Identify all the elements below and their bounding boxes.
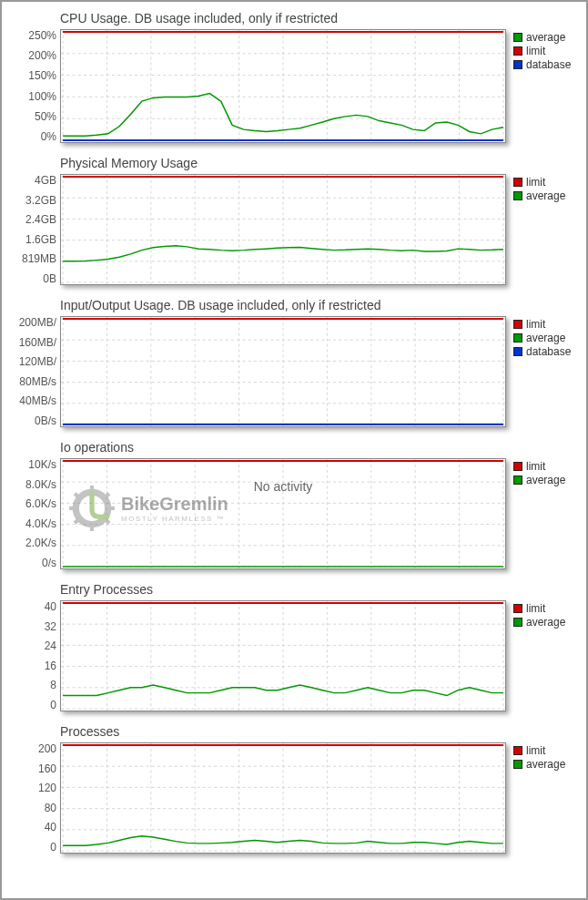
chart-title: CPU Usage. DB usage included, only if re… bbox=[60, 11, 506, 26]
legend-swatch-icon bbox=[513, 191, 522, 200]
legend-label: average bbox=[526, 758, 565, 771]
y-tick-label: 160 bbox=[38, 762, 56, 775]
series-line-average bbox=[63, 94, 503, 137]
y-axis: 10K/s8.0K/s6.0K/s4.0K/s2.0K/s0/s bbox=[7, 458, 60, 569]
y-tick-label: 100% bbox=[28, 90, 56, 103]
legend-swatch-icon bbox=[513, 760, 522, 769]
legend-swatch-icon bbox=[513, 33, 522, 42]
y-axis: 200MB/160MB/120MB/80MB/s40MB/s0B/s bbox=[7, 316, 60, 427]
legend: limitaverage bbox=[506, 582, 575, 711]
y-tick-label: 3.2GB bbox=[25, 194, 56, 207]
y-tick-label: 0B/s bbox=[35, 414, 56, 427]
legend-swatch-icon bbox=[513, 604, 522, 613]
legend-swatch-icon bbox=[513, 46, 522, 56]
legend-swatch-icon bbox=[513, 60, 522, 69]
chart-2: Input/Output Usage. DB usage included, o… bbox=[7, 298, 575, 427]
y-tick-label: 6.0K/s bbox=[25, 497, 56, 510]
chart-1: Physical Memory Usage4GB3.2GB2.4GB1.6GB8… bbox=[7, 156, 575, 285]
y-tick-label: 10K/s bbox=[28, 458, 56, 471]
legend: limitaverage bbox=[506, 440, 575, 569]
y-tick-label: 0 bbox=[50, 841, 56, 854]
plot-area bbox=[60, 174, 506, 285]
legend-label: average bbox=[526, 31, 565, 44]
y-tick-label: 819MB bbox=[22, 252, 56, 265]
y-tick-label: 0B bbox=[43, 272, 56, 285]
legend-swatch-icon bbox=[513, 178, 522, 187]
y-tick-label: 8.0K/s bbox=[25, 478, 56, 491]
y-tick-label: 120MB/ bbox=[19, 355, 56, 368]
plot-area bbox=[60, 316, 506, 427]
legend-item-limit: limit bbox=[513, 460, 575, 473]
legend: limitaverage bbox=[506, 724, 575, 854]
legend-item-database: database bbox=[513, 345, 575, 358]
legend-item-average: average bbox=[513, 332, 575, 344]
chart-title: Input/Output Usage. DB usage included, o… bbox=[60, 298, 506, 312]
legend-label: average bbox=[526, 616, 565, 629]
y-tick-label: 4GB bbox=[35, 174, 56, 187]
y-tick-label: 8 bbox=[50, 679, 56, 691]
y-tick-label: 0 bbox=[50, 699, 56, 711]
legend-item-limit: limit bbox=[513, 176, 575, 189]
legend: limitaveragedatabase bbox=[506, 298, 575, 427]
chart-title: Entry Processes bbox=[60, 582, 506, 597]
y-tick-label: 200 bbox=[38, 742, 56, 755]
y-axis: 4GB3.2GB2.4GB1.6GB819MB0B bbox=[7, 174, 60, 285]
legend-label: limit bbox=[526, 176, 545, 189]
legend-item-average: average bbox=[513, 474, 575, 486]
legend-label: limit bbox=[526, 602, 545, 615]
legend-item-average: average bbox=[513, 616, 575, 629]
chart-title: Physical Memory Usage bbox=[60, 156, 506, 170]
chart-0: CPU Usage. DB usage included, only if re… bbox=[7, 11, 575, 143]
y-tick-label: 200% bbox=[28, 49, 56, 62]
y-tick-label: 1.6GB bbox=[25, 233, 56, 246]
chart-title: Processes bbox=[60, 724, 506, 739]
legend-swatch-icon bbox=[513, 618, 522, 627]
legend-label: limit bbox=[526, 744, 545, 757]
legend-swatch-icon bbox=[513, 333, 522, 343]
legend-item-limit: limit bbox=[513, 602, 575, 615]
legend-swatch-icon bbox=[513, 462, 522, 471]
legend-item-database: database bbox=[513, 58, 575, 71]
legend-label: limit bbox=[526, 460, 545, 473]
y-tick-label: 2.0K/s bbox=[25, 537, 56, 549]
legend-swatch-icon bbox=[513, 476, 522, 485]
y-tick-label: 40 bbox=[45, 600, 56, 613]
y-tick-label: 150% bbox=[28, 69, 56, 82]
plot-area bbox=[60, 29, 506, 143]
legend-item-average: average bbox=[513, 31, 575, 44]
y-tick-label: 32 bbox=[45, 620, 56, 633]
y-tick-label: 200MB/ bbox=[19, 316, 56, 329]
y-tick-label: 24 bbox=[45, 639, 56, 652]
y-tick-label: 40 bbox=[45, 821, 56, 834]
legend-item-average: average bbox=[513, 758, 575, 771]
y-tick-label: 2.4GB bbox=[25, 213, 56, 226]
legend-item-limit: limit bbox=[513, 318, 575, 331]
y-axis: 250%200%150%100%50%0% bbox=[7, 29, 60, 143]
legend-item-limit: limit bbox=[513, 45, 575, 57]
y-tick-label: 80MB/s bbox=[19, 375, 56, 388]
plot-area bbox=[60, 600, 506, 711]
y-tick-label: 160MB/ bbox=[19, 336, 56, 349]
chart-4: Entry Processes4032241680limitaverage bbox=[7, 582, 575, 711]
y-tick-label: 16 bbox=[45, 660, 56, 672]
chart-5: Processes20016012080400limitaverage bbox=[7, 724, 575, 854]
legend-label: average bbox=[526, 189, 565, 202]
legend-label: limit bbox=[526, 45, 545, 57]
y-tick-label: 50% bbox=[35, 110, 56, 123]
legend-swatch-icon bbox=[513, 347, 522, 356]
y-tick-label: 250% bbox=[28, 29, 56, 42]
legend-label: average bbox=[526, 474, 565, 486]
chart-title: Io operations bbox=[60, 440, 506, 455]
y-tick-label: 0/s bbox=[42, 557, 56, 569]
legend-label: database bbox=[526, 58, 571, 71]
y-tick-label: 120 bbox=[38, 782, 56, 794]
y-axis: 20016012080400 bbox=[7, 742, 60, 854]
y-tick-label: 0% bbox=[41, 130, 56, 143]
y-axis: 4032241680 bbox=[7, 600, 60, 711]
legend-label: limit bbox=[526, 318, 545, 331]
legend-swatch-icon bbox=[513, 320, 522, 329]
legend-swatch-icon bbox=[513, 746, 522, 755]
legend-item-average: average bbox=[513, 189, 575, 202]
y-tick-label: 80 bbox=[45, 802, 56, 814]
y-tick-label: 4.0K/s bbox=[25, 517, 56, 530]
